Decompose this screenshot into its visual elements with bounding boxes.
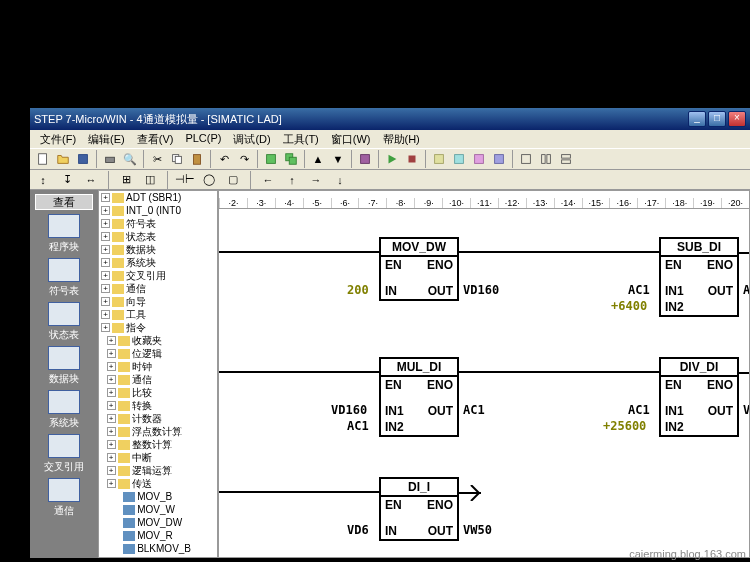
box-icon[interactable]: ▢: [224, 171, 242, 189]
upload-icon[interactable]: ▲: [309, 150, 327, 168]
io-label: AC1: [743, 283, 750, 297]
tree-item[interactable]: +符号表: [99, 217, 217, 230]
ref2-icon[interactable]: [490, 150, 508, 168]
compile-icon[interactable]: [262, 150, 280, 168]
ll2-icon[interactable]: ↧: [58, 171, 76, 189]
undo-icon[interactable]: ↶: [215, 150, 233, 168]
tree-item[interactable]: +浮点数计算: [99, 425, 217, 438]
menu-plc[interactable]: PLC(P): [179, 130, 227, 148]
preview-icon[interactable]: 🔍: [121, 150, 139, 168]
menu-tools[interactable]: 工具(T): [277, 130, 325, 148]
copy-icon[interactable]: [168, 150, 186, 168]
ll3-icon[interactable]: ↔: [82, 171, 100, 189]
svg-rect-10: [409, 156, 416, 163]
menu-window[interactable]: 窗口(W): [325, 130, 377, 148]
nav-data-block[interactable]: 数据块: [39, 346, 89, 386]
stop-icon[interactable]: [403, 150, 421, 168]
minimize-button[interactable]: _: [688, 111, 706, 127]
tree-item[interactable]: +状态表: [99, 230, 217, 243]
menu-debug[interactable]: 调试(D): [227, 130, 276, 148]
contact-icon[interactable]: ⊣⊢: [176, 171, 194, 189]
ref-icon[interactable]: [470, 150, 488, 168]
view1-icon[interactable]: [517, 150, 535, 168]
tree-item[interactable]: +位逻辑: [99, 347, 217, 360]
tree-item[interactable]: +转换: [99, 399, 217, 412]
run-icon[interactable]: [383, 150, 401, 168]
svg-rect-13: [475, 155, 484, 164]
cut-icon[interactable]: ✂: [148, 150, 166, 168]
status-icon[interactable]: [430, 150, 448, 168]
options-icon[interactable]: [356, 150, 374, 168]
svg-line-27: [471, 485, 479, 493]
menu-view[interactable]: 查看(V): [131, 130, 180, 148]
print-icon[interactable]: [101, 150, 119, 168]
tree-item[interactable]: +比较: [99, 386, 217, 399]
block-mul-di[interactable]: MUL_DI ENENO IN1OUT IN2: [379, 357, 459, 437]
tree-item[interactable]: MOV_R: [99, 529, 217, 542]
open-icon[interactable]: [54, 150, 72, 168]
tree-item[interactable]: +交叉引用: [99, 269, 217, 282]
nav-symbol-table[interactable]: 符号表: [39, 258, 89, 298]
nav-cross-ref[interactable]: 交叉引用: [39, 434, 89, 474]
coil-icon[interactable]: ◯: [200, 171, 218, 189]
tree-item[interactable]: +ADT (SBR1): [99, 191, 217, 204]
wire: [219, 491, 379, 493]
close-button[interactable]: ×: [728, 111, 746, 127]
tree-item[interactable]: +通信: [99, 282, 217, 295]
ll5-icon[interactable]: ◫: [141, 171, 159, 189]
block-di-i[interactable]: DI_I ENENO INOUT: [379, 477, 459, 541]
wire-r-icon[interactable]: →: [307, 171, 325, 189]
block-sub-di[interactable]: SUB_DI ENENO IN1OUT IN2: [659, 237, 739, 317]
wire-u-icon[interactable]: ↑: [283, 171, 301, 189]
instruction-tree[interactable]: +ADT (SBR1)+INT_0 (INT0+符号表+状态表+数据块+系统块+…: [98, 190, 218, 558]
tree-item[interactable]: BLKMOV_B: [99, 542, 217, 555]
menu-file[interactable]: 文件(F): [34, 130, 82, 148]
wire-d-icon[interactable]: ↓: [331, 171, 349, 189]
tree-item[interactable]: MOV_DW: [99, 516, 217, 529]
tree-item[interactable]: +时钟: [99, 360, 217, 373]
tree-item[interactable]: +传送: [99, 477, 217, 490]
paste-icon[interactable]: [188, 150, 206, 168]
view3-icon[interactable]: [557, 150, 575, 168]
tree-item[interactable]: +系统块: [99, 256, 217, 269]
tree-item[interactable]: +收藏夹: [99, 334, 217, 347]
tree-item[interactable]: +工具: [99, 308, 217, 321]
nav-comm[interactable]: 通信: [39, 478, 89, 518]
nav-system-block[interactable]: 系统块: [39, 390, 89, 430]
tree-item[interactable]: +通信: [99, 373, 217, 386]
toolbar-main: 🔍 ✂ ↶ ↷ ▲ ▼: [30, 148, 750, 170]
tree-item[interactable]: +计数器: [99, 412, 217, 425]
tree-item[interactable]: +指令: [99, 321, 217, 334]
tree-item[interactable]: +向导: [99, 295, 217, 308]
ll4-icon[interactable]: ⊞: [117, 171, 135, 189]
tree-item[interactable]: +数据块: [99, 243, 217, 256]
tree-item[interactable]: MOV_W: [99, 503, 217, 516]
new-icon[interactable]: [34, 150, 52, 168]
tree-item[interactable]: BLKMOV_W: [99, 555, 217, 558]
svg-rect-17: [547, 155, 551, 164]
nav-program-block[interactable]: 程序块: [39, 214, 89, 254]
redo-icon[interactable]: ↷: [235, 150, 253, 168]
tree-item[interactable]: MOV_B: [99, 490, 217, 503]
continuation-icon: [459, 485, 481, 505]
tree-item[interactable]: +中断: [99, 451, 217, 464]
ll1-icon[interactable]: ↕: [34, 171, 52, 189]
maximize-button[interactable]: □: [708, 111, 726, 127]
wire-l-icon[interactable]: ←: [259, 171, 277, 189]
block-div-di[interactable]: DIV_DI ENENO IN1OUT IN2: [659, 357, 739, 437]
tree-item[interactable]: +整数计算: [99, 438, 217, 451]
block-mov-dw[interactable]: MOV_DW ENENO INOUT: [379, 237, 459, 301]
ruler: ·2··3··4··5··6··7··8··9··10··11··12··13·…: [219, 191, 749, 209]
menu-edit[interactable]: 编辑(E): [82, 130, 131, 148]
svg-rect-2: [106, 157, 115, 162]
compile-all-icon[interactable]: [282, 150, 300, 168]
ladder-canvas[interactable]: ·2··3··4··5··6··7··8··9··10··11··12··13·…: [218, 190, 750, 558]
nav-status-table[interactable]: 状态表: [39, 302, 89, 342]
chart-icon[interactable]: [450, 150, 468, 168]
view2-icon[interactable]: [537, 150, 555, 168]
download-icon[interactable]: ▼: [329, 150, 347, 168]
tree-item[interactable]: +INT_0 (INT0: [99, 204, 217, 217]
save-icon[interactable]: [74, 150, 92, 168]
menu-help[interactable]: 帮助(H): [377, 130, 426, 148]
tree-item[interactable]: +逻辑运算: [99, 464, 217, 477]
